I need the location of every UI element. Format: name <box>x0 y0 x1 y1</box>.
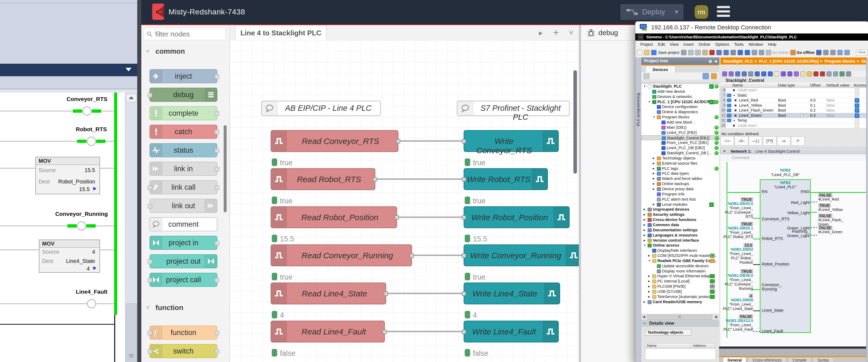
append-row-icon[interactable] <box>735 71 740 77</box>
input-port[interactable] <box>462 139 466 143</box>
tree-item-realtek-pcie-gbe-family-con-[interactable]: ▼Realtek PCIe GBE Family Con... <box>641 258 719 263</box>
expander-closed-icon[interactable]: ▶ <box>648 285 650 288</box>
tree-item-line4-plc-fb2-[interactable]: Line4_PLC [FB2] <box>641 130 719 135</box>
tree-item-plcsim-pn-ie-[interactable]: ▶PLCSIM [PN/IE]✕ <box>641 284 719 289</box>
output-port[interactable] <box>215 74 219 79</box>
tree-item-devices-networks[interactable]: Devices & networks <box>641 94 719 99</box>
tree-item-version-control-interface[interactable]: ▶Version control interface <box>641 238 719 243</box>
output-port[interactable] <box>384 291 388 296</box>
cut-icon[interactable] <box>688 50 693 55</box>
output-coil[interactable] <box>87 137 96 146</box>
tree-item-card-reader-usb-memory[interactable]: ▶Card Reader/USB memory <box>641 299 719 305</box>
ladder-collapsed-titlebar[interactable] <box>0 64 137 76</box>
add-row-below-icon[interactable] <box>742 71 747 77</box>
expander-closed-icon[interactable]: ▶ <box>648 290 650 293</box>
input-port[interactable] <box>148 349 152 354</box>
sort-icon[interactable] <box>644 73 650 79</box>
start-cpu-icon[interactable] <box>752 50 757 55</box>
row-default[interactable]: false <box>827 98 835 102</box>
expander-closed-icon[interactable]: ▶ <box>653 177 655 180</box>
no-contact-icon[interactable]: ⊣ ⊢ <box>720 136 734 146</box>
tree-item-device-configuration[interactable]: Device configuration <box>641 104 719 109</box>
expander-open-icon[interactable]: ▼ <box>644 244 646 247</box>
read-node[interactable]: Read Line4_Fault <box>271 321 385 342</box>
refresh-orange-icon[interactable] <box>711 73 717 79</box>
breadcrumb-segment[interactable]: Program blocks <box>825 59 855 63</box>
tree-item-languages-resources[interactable]: ▶Languages & resources <box>641 233 719 238</box>
breadcrumb-segment[interactable]: Stacklight_PLC <box>723 59 753 63</box>
menu-insert[interactable]: Insert <box>683 42 694 47</box>
debug-tab[interactable]: debug <box>587 29 618 37</box>
tree-item-plc-data-types[interactable]: ▶PLC data types <box>641 171 719 176</box>
palette-category-common[interactable]: ˅common <box>141 46 230 57</box>
expander-closed-icon[interactable]: ▶ <box>653 203 655 206</box>
input-port[interactable] <box>148 93 152 98</box>
keep-values-icon[interactable] <box>748 71 753 77</box>
input-port[interactable] <box>148 204 152 208</box>
expander-closed-icon[interactable]: ▶ <box>644 301 645 303</box>
tree-item-program-blocks[interactable]: ▼Program blocks <box>641 115 719 120</box>
expander-closed-icon[interactable]: ▶ <box>648 275 650 277</box>
expander-closed-icon[interactable]: ▶ <box>653 167 655 170</box>
tree-item-display-more-information[interactable]: Display more information <box>641 269 719 274</box>
output-coil[interactable] <box>82 106 92 116</box>
menu-view[interactable]: View <box>670 42 679 47</box>
input-port[interactable] <box>462 215 466 220</box>
write-node[interactable]: Write Robot_RTS <box>464 168 548 190</box>
write-node[interactable]: Write Conveyor_Running <box>464 244 579 266</box>
network-collapse-icon[interactable]: ▼ <box>723 149 726 153</box>
input-port[interactable] <box>462 253 466 258</box>
row-default[interactable]: false <box>827 103 835 108</box>
tab-devices[interactable]: Devices <box>645 66 676 73</box>
upload-block-icon[interactable] <box>787 71 793 77</box>
paste-icon[interactable] <box>702 50 708 55</box>
tab-technology-objects[interactable]: Technology objects <box>645 329 691 336</box>
tree-item-stacklight-control-db-[interactable]: Stacklight_Control_DB [... <box>641 150 719 156</box>
tree-item-security-settings[interactable]: ▶Security settings <box>641 212 719 217</box>
row-datatype[interactable]: Bool <box>778 98 786 102</box>
tree-item-teleservice-automatic-protoco-[interactable]: ▶TeleService [Automatic protoco... <box>641 294 719 299</box>
column-header-name[interactable]: Name <box>733 83 743 87</box>
redo-icon[interactable] <box>723 50 729 55</box>
palette-node-complete[interactable]: complete <box>150 106 217 120</box>
tree-item-main-ob1-[interactable]: Main [OB1] <box>641 125 719 130</box>
input-port[interactable] <box>148 259 152 264</box>
main-menu-button[interactable] <box>717 5 730 19</box>
comment-node[interactable]: S7 Profinet - Stacklight PLC <box>457 101 569 116</box>
collapse-left-icon[interactable]: ◀ <box>714 59 717 63</box>
favorites-icon[interactable] <box>807 71 812 77</box>
scroll-up-button[interactable] <box>126 94 137 102</box>
column-header-default-value[interactable]: Default value <box>827 83 849 87</box>
tree-item-update-accessible-devices[interactable]: Update accessible devices <box>641 263 719 269</box>
input-port[interactable] <box>148 331 152 335</box>
menu-help[interactable]: Help <box>768 42 776 47</box>
tab-compile[interactable]: Compile <box>788 357 811 362</box>
tree-item-watch-and-force-tables[interactable]: ▶Watch and force tables <box>641 176 719 181</box>
close-branch-icon[interactable]: ↱ <box>791 136 805 146</box>
menu-project[interactable]: Project <box>640 42 653 47</box>
accessible-checkbox-checked[interactable]: ✓ <box>855 113 859 118</box>
tree-item-common-data[interactable]: ▶Common data <box>641 222 719 227</box>
input-port[interactable] <box>148 278 152 282</box>
offline-plug-icon[interactable] <box>790 50 796 55</box>
expander-closed-icon[interactable]: ▶ <box>648 254 650 257</box>
accessible-checkbox-empty[interactable] <box>855 88 859 92</box>
split-icon[interactable] <box>844 50 850 55</box>
expander-closed-icon[interactable]: ▶ <box>653 162 655 165</box>
close-icon[interactable] <box>830 50 836 55</box>
accessible-checkbox-checked[interactable]: ✓ <box>855 98 859 103</box>
palette-scrollbar[interactable] <box>224 125 227 212</box>
output-port[interactable] <box>215 148 219 153</box>
expander-closed-icon[interactable]: ▶ <box>648 295 650 298</box>
tree-item-technology-objects[interactable]: ▶Technology objects <box>641 156 719 161</box>
write-node[interactable]: Write Conveyor_RTS <box>464 130 559 152</box>
network-header[interactable]: ▼ Network 1: Line 4 Stacklight Control <box>720 147 868 155</box>
column-header-offset[interactable]: Offset <box>810 83 820 87</box>
tia-titlebar[interactable]: TIA Siemens - C:\Users\richard\Documents… <box>636 33 868 40</box>
delete-icon[interactable] <box>709 50 715 55</box>
palette-category-function[interactable]: ˅function <box>141 302 230 313</box>
expander-closed-icon[interactable]: ▶ <box>644 234 645 236</box>
output-coil[interactable] <box>87 299 96 308</box>
output-port[interactable] <box>215 111 219 116</box>
tree-item-plc-alarm-text-lists[interactable]: PLC alarm text lists <box>641 197 719 202</box>
